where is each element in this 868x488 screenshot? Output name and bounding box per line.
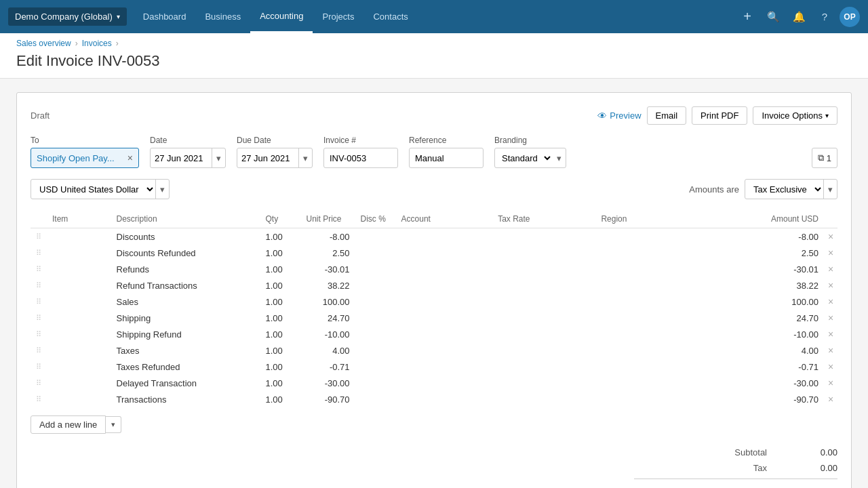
- description-cell[interactable]: Shipping: [111, 310, 260, 326]
- to-close-icon[interactable]: ×: [127, 152, 133, 163]
- region-cell[interactable]: [595, 326, 684, 342]
- qty-cell[interactable]: 1.00: [260, 228, 301, 245]
- region-cell[interactable]: [595, 228, 684, 245]
- description-cell[interactable]: Delayed Transaction: [111, 375, 260, 391]
- delete-row-icon[interactable]: ×: [828, 312, 833, 323]
- preview-button[interactable]: 👁 Preview: [597, 110, 641, 121]
- invoice-num-input[interactable]: [323, 148, 398, 168]
- tax-rate-cell[interactable]: [492, 310, 595, 326]
- description-cell[interactable]: Taxes Refunded: [111, 359, 260, 375]
- drag-handle[interactable]: ⠿: [31, 359, 47, 375]
- tax-rate-cell[interactable]: [492, 326, 595, 342]
- qty-cell[interactable]: 1.00: [260, 261, 301, 277]
- nav-link-business[interactable]: Business: [195, 0, 250, 33]
- description-cell[interactable]: Transactions: [111, 391, 260, 407]
- delete-row-icon[interactable]: ×: [828, 280, 833, 291]
- to-field[interactable]: Shopify Open Pay... ×: [31, 148, 139, 168]
- qty-cell[interactable]: 1.00: [260, 342, 301, 359]
- disc-cell[interactable]: [355, 228, 396, 245]
- item-cell[interactable]: [47, 326, 111, 342]
- delete-cell[interactable]: ×: [824, 359, 837, 375]
- unit-price-cell[interactable]: 100.00: [301, 293, 355, 310]
- region-cell[interactable]: [595, 310, 684, 326]
- tax-rate-cell[interactable]: [492, 375, 595, 391]
- item-cell[interactable]: [47, 359, 111, 375]
- add-button[interactable]: +: [736, 6, 758, 28]
- delete-cell[interactable]: ×: [824, 391, 837, 407]
- search-icon[interactable]: 🔍: [762, 6, 784, 28]
- qty-cell[interactable]: 1.00: [260, 245, 301, 261]
- account-cell[interactable]: [396, 277, 493, 293]
- tax-rate-cell[interactable]: [492, 261, 595, 277]
- delete-cell[interactable]: ×: [824, 326, 837, 342]
- item-cell[interactable]: [47, 375, 111, 391]
- description-cell[interactable]: Shipping Refund: [111, 326, 260, 342]
- delete-row-icon[interactable]: ×: [828, 345, 833, 356]
- item-cell[interactable]: [47, 310, 111, 326]
- account-cell[interactable]: [396, 245, 493, 261]
- qty-cell[interactable]: 1.00: [260, 375, 301, 391]
- description-cell[interactable]: Discounts Refunded: [111, 245, 260, 261]
- region-cell[interactable]: [595, 261, 684, 277]
- disc-cell[interactable]: [355, 310, 396, 326]
- region-cell[interactable]: [595, 245, 684, 261]
- drag-handle[interactable]: ⠿: [31, 261, 47, 277]
- copy-badge[interactable]: ⧉ 1: [812, 148, 837, 168]
- delete-row-icon[interactable]: ×: [828, 264, 833, 274]
- delete-cell[interactable]: ×: [824, 228, 837, 245]
- unit-price-cell[interactable]: 4.00: [301, 342, 355, 359]
- avatar[interactable]: OP: [840, 7, 860, 27]
- delete-row-icon[interactable]: ×: [828, 394, 833, 405]
- drag-handle[interactable]: ⠿: [31, 228, 47, 245]
- disc-cell[interactable]: [355, 293, 396, 310]
- disc-cell[interactable]: [355, 261, 396, 277]
- disc-cell[interactable]: [355, 326, 396, 342]
- breadcrumb-sales-overview[interactable]: Sales overview: [16, 39, 71, 48]
- tax-rate-cell[interactable]: [492, 245, 595, 261]
- due-date-input[interactable]: [237, 150, 298, 166]
- delete-row-icon[interactable]: ×: [828, 378, 833, 388]
- disc-cell[interactable]: [355, 375, 396, 391]
- qty-cell[interactable]: 1.00: [260, 277, 301, 293]
- unit-price-cell[interactable]: 38.22: [301, 277, 355, 293]
- account-cell[interactable]: [396, 375, 493, 391]
- disc-cell[interactable]: [355, 342, 396, 359]
- branding-select-input[interactable]: Standard: [495, 148, 553, 167]
- date-input[interactable]: [151, 150, 212, 166]
- region-cell[interactable]: [595, 277, 684, 293]
- nav-link-accounting[interactable]: Accounting: [250, 0, 313, 33]
- delete-row-icon[interactable]: ×: [828, 361, 833, 372]
- description-cell[interactable]: Sales: [111, 293, 260, 310]
- add-new-line-button[interactable]: Add a new line: [31, 415, 106, 434]
- nav-link-contacts[interactable]: Contacts: [363, 0, 417, 33]
- date-caret-icon[interactable]: ▾: [212, 148, 225, 167]
- breadcrumb-invoices[interactable]: Invoices: [82, 39, 112, 48]
- tax-rate-cell[interactable]: [492, 277, 595, 293]
- tax-rate-cell[interactable]: [492, 359, 595, 375]
- delete-cell[interactable]: ×: [824, 375, 837, 391]
- region-cell[interactable]: [595, 293, 684, 310]
- invoice-options-button[interactable]: Invoice Options ▾: [753, 106, 837, 125]
- unit-price-cell[interactable]: 24.70: [301, 310, 355, 326]
- qty-cell[interactable]: 1.00: [260, 359, 301, 375]
- account-cell[interactable]: [396, 342, 493, 359]
- drag-handle[interactable]: ⠿: [31, 326, 47, 342]
- add-line-caret-button[interactable]: ▾: [106, 416, 121, 433]
- print-pdf-button[interactable]: Print PDF: [692, 106, 747, 125]
- item-cell[interactable]: [47, 277, 111, 293]
- account-cell[interactable]: [396, 391, 493, 407]
- unit-price-cell[interactable]: -90.70: [301, 391, 355, 407]
- account-cell[interactable]: [396, 228, 493, 245]
- drag-handle[interactable]: ⠿: [31, 245, 47, 261]
- item-cell[interactable]: [47, 391, 111, 407]
- region-cell[interactable]: [595, 359, 684, 375]
- region-cell[interactable]: [595, 391, 684, 407]
- disc-cell[interactable]: [355, 245, 396, 261]
- account-cell[interactable]: [396, 359, 493, 375]
- tax-rate-cell[interactable]: [492, 293, 595, 310]
- qty-cell[interactable]: 1.00: [260, 293, 301, 310]
- item-cell[interactable]: [47, 342, 111, 359]
- description-cell[interactable]: Discounts: [111, 228, 260, 245]
- tax-rate-cell[interactable]: [492, 228, 595, 245]
- amounts-are-select[interactable]: Tax Exclusive Tax Inclusive No Tax: [745, 181, 823, 198]
